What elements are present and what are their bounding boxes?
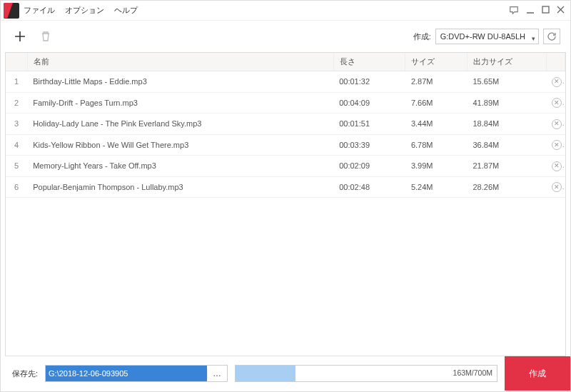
browse-button[interactable]: … — [207, 368, 227, 378]
footer: 保存先: … 163M/700M 作成 — [1, 356, 570, 391]
row-delete-button[interactable]: ✕ — [546, 71, 565, 93]
capacity-progress: 163M/700M — [235, 365, 497, 382]
row-size: 3.99M — [405, 156, 468, 177]
row-index: 5 — [6, 156, 27, 177]
app-logo — [4, 3, 19, 19]
row-output: 21.87M — [468, 156, 547, 177]
row-output: 15.65M — [468, 71, 547, 93]
row-index: 1 — [6, 71, 27, 93]
row-index: 3 — [6, 114, 27, 135]
menu-file[interactable]: ファイル — [24, 5, 55, 16]
row-output: 41.89M — [468, 92, 547, 114]
delete-icon: ✕ — [552, 140, 562, 150]
row-size: 2.87M — [405, 71, 468, 93]
progress-text: 163M/700M — [453, 368, 492, 377]
row-length: 00:01:51 — [333, 114, 405, 135]
main-menu: ファイル オプション ヘルプ — [24, 5, 138, 16]
row-output: 36.84M — [468, 134, 547, 156]
row-delete-button[interactable]: ✕ — [546, 134, 565, 156]
row-size: 6.78M — [405, 134, 468, 156]
row-index: 6 — [6, 176, 27, 198]
col-length[interactable]: 長さ — [333, 53, 405, 71]
drive-select[interactable]: G:DVD+-RW DU-8A5LH — [435, 29, 539, 44]
save-to-label: 保存先: — [12, 368, 38, 379]
create-for-label: 作成: — [413, 31, 431, 42]
toolbar: 作成: G:DVD+-RW DU-8A5LH — [1, 21, 570, 52]
delete-icon: ✕ — [552, 77, 562, 87]
menu-option[interactable]: オプション — [65, 5, 104, 16]
delete-icon: ✕ — [552, 182, 562, 192]
add-button[interactable] — [11, 27, 29, 46]
row-size: 5.24M — [405, 176, 468, 198]
save-path-input[interactable] — [46, 366, 207, 381]
delete-button[interactable] — [36, 27, 55, 46]
row-output: 18.84M — [468, 114, 547, 135]
row-delete-button[interactable]: ✕ — [546, 176, 565, 198]
table-header-row: 名前 長さ サイズ 出力サイズ — [6, 53, 565, 71]
create-button[interactable]: 作成 — [505, 356, 570, 391]
row-delete-button[interactable]: ✕ — [546, 114, 565, 135]
feedback-icon[interactable] — [509, 5, 519, 16]
row-length: 00:03:39 — [333, 134, 405, 156]
row-name: Popular-Benjamin Thompson - Lullaby.mp3 — [27, 176, 333, 198]
row-name: Holiday-Lady Lane - The Pink Everland Sk… — [27, 114, 333, 135]
maximize-icon[interactable] — [542, 6, 550, 15]
delete-icon: ✕ — [552, 98, 562, 108]
window-controls — [509, 5, 565, 16]
col-name[interactable]: 名前 — [27, 53, 333, 71]
table-row[interactable]: 2Family-Drift - Pages Turn.mp300:04:097.… — [6, 92, 565, 114]
delete-icon: ✕ — [552, 119, 562, 129]
row-length: 00:02:09 — [333, 156, 405, 177]
row-name: Kids-Yellow Ribbon - We Will Get There.m… — [27, 134, 333, 156]
row-name: Birthday-Little Maps - Eddie.mp3 — [27, 71, 333, 93]
table-row[interactable]: 3Holiday-Lady Lane - The Pink Everland S… — [6, 114, 565, 135]
row-delete-button[interactable]: ✕ — [546, 92, 565, 114]
table-row[interactable]: 5Memory-Light Years - Take Off.mp300:02:… — [6, 156, 565, 177]
minimize-icon[interactable] — [526, 6, 535, 16]
col-size[interactable]: サイズ — [405, 53, 468, 71]
row-length: 00:02:48 — [333, 176, 405, 198]
col-output[interactable]: 出力サイズ — [468, 53, 547, 71]
row-name: Family-Drift - Pages Turn.mp3 — [27, 92, 333, 114]
row-length: 00:01:32 — [333, 71, 405, 93]
row-size: 3.44M — [405, 114, 468, 135]
progress-fill — [236, 366, 295, 381]
close-icon[interactable] — [557, 6, 565, 15]
refresh-button[interactable] — [543, 29, 560, 44]
svg-rect-1 — [542, 6, 549, 13]
row-index: 4 — [6, 134, 27, 156]
row-length: 00:04:09 — [333, 92, 405, 114]
titlebar: ファイル オプション ヘルプ — [1, 1, 570, 21]
file-table: 名前 長さ サイズ 出力サイズ 1Birthday-Little Maps - … — [5, 52, 566, 356]
save-path-box: … — [45, 365, 228, 382]
delete-icon: ✕ — [552, 161, 562, 171]
row-index: 2 — [6, 92, 27, 114]
table-row[interactable]: 4Kids-Yellow Ribbon - We Will Get There.… — [6, 134, 565, 156]
table-row[interactable]: 6Popular-Benjamin Thompson - Lullaby.mp3… — [6, 176, 565, 198]
menu-help[interactable]: ヘルプ — [114, 5, 138, 16]
table-row[interactable]: 1Birthday-Little Maps - Eddie.mp300:01:3… — [6, 71, 565, 93]
row-size: 7.66M — [405, 92, 468, 114]
row-output: 28.26M — [468, 176, 547, 198]
row-delete-button[interactable]: ✕ — [546, 156, 565, 177]
row-name: Memory-Light Years - Take Off.mp3 — [27, 156, 333, 177]
